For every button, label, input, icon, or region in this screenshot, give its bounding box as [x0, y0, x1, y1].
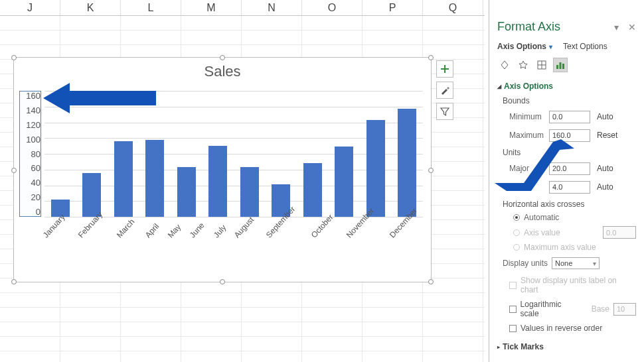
bar[interactable]	[208, 146, 227, 217]
major-auto-button[interactable]: Auto	[597, 164, 613, 173]
log-base-input	[613, 303, 636, 316]
reverse-order-check[interactable]: Values in reverse order	[509, 324, 636, 333]
plot-area[interactable]	[44, 91, 423, 217]
x-axis-labels: JanuaryFebruaryMarchAprilMayJuneJulyAugu…	[44, 220, 423, 229]
x-tick-label: June	[187, 215, 210, 239]
log-scale-check[interactable]: Logarithmic scale Base	[509, 300, 636, 318]
hcrosses-label: Horizontal axis crosses	[503, 200, 636, 209]
maximum-input[interactable]	[549, 129, 590, 142]
display-units-select[interactable]: None	[552, 257, 600, 269]
x-tick-label: July	[212, 218, 232, 240]
col-header[interactable]: N	[242, 0, 302, 15]
x-tick-label: April	[143, 217, 165, 240]
display-units-label: Display units	[503, 259, 552, 268]
chart-filters-button[interactable]	[436, 103, 453, 120]
bar[interactable]	[177, 167, 196, 217]
bar[interactable]	[303, 163, 322, 217]
minimum-label: Minimum	[509, 112, 549, 121]
bar[interactable]	[240, 167, 259, 217]
col-header[interactable]: L	[121, 0, 181, 15]
effects-icon[interactable]	[516, 58, 530, 72]
pane-title: Format Axis ▾ ✕	[497, 20, 636, 34]
minor-label: Minor	[509, 182, 549, 192]
col-header[interactable]: M	[181, 0, 242, 15]
tab-text-options[interactable]: Text Options	[563, 42, 607, 51]
minor-auto-button[interactable]: Auto	[597, 182, 613, 192]
chart-title[interactable]: Sales	[14, 63, 431, 80]
chart-styles-button[interactable]	[436, 82, 453, 99]
units-label: Units	[503, 148, 636, 157]
col-header[interactable]: J	[0, 0, 60, 15]
chart-elements-button[interactable]	[436, 60, 453, 78]
major-label: Major	[509, 164, 549, 173]
bar[interactable]	[114, 141, 133, 217]
radio-automatic[interactable]: Automatic	[513, 213, 636, 222]
show-units-label-check: Show display units label on chart	[509, 276, 636, 294]
fill-line-icon[interactable]	[497, 58, 512, 72]
chart-side-buttons	[436, 60, 455, 120]
size-properties-icon[interactable]	[534, 58, 549, 72]
maximum-reset-button[interactable]: Reset	[597, 131, 617, 140]
axis-options-icon[interactable]	[553, 58, 568, 72]
bar[interactable]	[398, 109, 416, 217]
worksheet[interactable]: J K L M N O P Q Sales 160140120100806040…	[0, 0, 485, 362]
col-header[interactable]: K	[60, 0, 121, 15]
x-tick-label: May	[166, 217, 187, 240]
y-axis-labels: 160140120100806040200	[21, 91, 40, 217]
major-input[interactable]	[549, 162, 590, 175]
pane-close-icon[interactable]: ✕	[628, 22, 636, 32]
tick-marks-section[interactable]: ▸Tick Marks	[497, 342, 636, 351]
column-headers: J K L M N O P Q	[0, 0, 485, 16]
radio-axis-value[interactable]: Axis value	[513, 226, 636, 239]
minimum-auto-button[interactable]: Auto	[597, 112, 613, 121]
pane-title-text: Format Axis	[497, 20, 560, 34]
bounds-label: Bounds	[503, 96, 636, 105]
axis-options-section[interactable]: ◢Axis Options	[497, 82, 636, 91]
radio-max-axis-value[interactable]: Maximum axis value	[513, 243, 636, 252]
maximum-label: Maximum	[509, 131, 549, 140]
chart[interactable]: Sales 160140120100806040200 JanuaryFebru…	[13, 57, 432, 282]
bar[interactable]	[145, 140, 164, 217]
col-header[interactable]: O	[302, 0, 362, 15]
svg-rect-3	[556, 65, 558, 69]
col-header[interactable]: Q	[423, 0, 483, 15]
svg-rect-5	[562, 64, 564, 69]
svg-rect-4	[560, 62, 562, 69]
bar[interactable]	[335, 147, 353, 217]
col-header[interactable]: P	[362, 0, 423, 15]
pane-dropdown-icon[interactable]: ▾	[614, 22, 619, 32]
minimum-input[interactable]	[549, 111, 590, 123]
minor-input[interactable]	[549, 181, 590, 194]
axis-value-input	[603, 226, 636, 239]
bar[interactable]	[366, 120, 385, 217]
tab-axis-options[interactable]: Axis Options ▾	[497, 42, 552, 51]
format-axis-pane: Format Axis ▾ ✕ Axis Options ▾ Text Opti…	[489, 0, 644, 362]
